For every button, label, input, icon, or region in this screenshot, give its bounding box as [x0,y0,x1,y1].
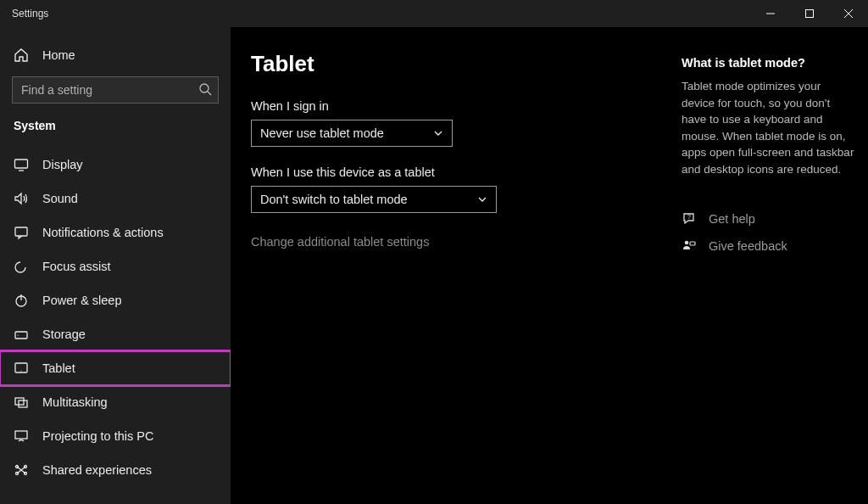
sidebar: Home System Display Sound Notifications … [0,27,231,504]
help-icon: ? [682,211,697,227]
sidebar-item-focus-assist[interactable]: Focus assist [0,249,231,283]
sidebar-item-sound[interactable]: Sound [0,182,231,216]
display-icon [14,157,29,172]
sidebar-item-label: Sound [42,192,78,205]
maximize-button[interactable] [790,0,829,27]
svg-rect-8 [15,227,27,236]
sidebar-item-notifications[interactable]: Notifications & actions [0,216,231,249]
home-label: Home [42,48,75,62]
shared-experiences-icon [14,462,29,478]
notifications-icon [14,225,29,240]
chevron-down-icon [477,194,487,204]
sidebar-item-tablet[interactable]: Tablet [0,351,231,385]
projecting-icon [14,428,29,444]
sidebar-item-label: Multitasking [42,395,108,409]
dropdown-value: Never use tablet mode [260,126,384,140]
sign-in-dropdown[interactable]: Never use tablet mode [251,120,453,147]
sound-icon [14,191,29,206]
setting-label: When I sign in [251,99,682,113]
search-icon [198,82,212,96]
setting-sign-in: When I sign in Never use tablet mode [251,99,682,147]
maximize-icon [805,9,814,18]
nav-list: Display Sound Notifications & actions Fo… [0,148,231,487]
svg-rect-15 [15,398,24,405]
category-label: System [0,119,231,148]
chevron-down-icon [433,128,443,138]
page-title: Tablet [251,51,682,77]
tablet-icon [14,361,29,376]
content-area: Tablet When I sign in Never use tablet m… [251,51,682,504]
sidebar-item-label: Power & sleep [42,294,122,307]
sidebar-item-storage[interactable]: Storage [0,317,231,351]
window-controls [751,0,868,27]
power-icon [14,293,29,308]
svg-line-5 [208,92,211,95]
search-input[interactable] [12,76,219,104]
search-box[interactable] [12,76,219,104]
svg-text:?: ? [687,214,691,220]
home-button[interactable]: Home [0,39,231,71]
sidebar-item-label: Storage [42,328,86,341]
sidebar-item-label: Shared experiences [42,463,152,477]
sidebar-item-multitasking[interactable]: Multitasking [0,385,231,419]
svg-rect-16 [19,400,27,407]
sidebar-item-power-sleep[interactable]: Power & sleep [0,283,231,317]
svg-point-12 [17,334,18,335]
change-additional-link[interactable]: Change additional tablet settings [251,235,682,249]
svg-rect-1 [806,10,814,18]
svg-rect-17 [15,431,27,439]
feedback-icon [682,238,697,254]
minimize-icon [766,9,775,18]
focus-assist-icon [14,259,29,274]
svg-rect-6 [15,160,28,168]
get-help-link[interactable]: ? Get help [682,211,856,227]
give-feedback-link[interactable]: Give feedback [682,238,856,254]
sidebar-item-projecting[interactable]: Projecting to this PC [0,419,231,453]
svg-point-4 [200,84,209,92]
aside-link-label: Get help [709,212,755,226]
titlebar: Settings [0,0,868,27]
sidebar-item-label: Notifications & actions [42,226,164,239]
setting-label: When I use this device as a tablet [251,165,682,179]
setting-device-tablet: When I use this device as a tablet Don't… [251,165,682,213]
svg-rect-11 [15,332,27,339]
multitasking-icon [14,395,29,410]
sidebar-item-label: Display [42,158,83,171]
sidebar-item-label: Projecting to this PC [42,429,153,443]
window-title: Settings [0,8,751,20]
close-icon [844,9,853,18]
main-panel: Tablet When I sign in Never use tablet m… [231,27,868,504]
aside-panel: What is tablet mode? Tablet mode optimiz… [682,51,868,504]
aside-title: What is tablet mode? [682,56,856,70]
dropdown-value: Don't switch to tablet mode [260,193,408,206]
storage-icon [14,327,29,342]
sidebar-item-display[interactable]: Display [0,148,231,182]
sidebar-item-shared-exp[interactable]: Shared experiences [0,453,231,487]
minimize-button[interactable] [751,0,790,27]
device-tablet-dropdown[interactable]: Don't switch to tablet mode [251,186,497,213]
sidebar-item-label: Tablet [42,361,75,375]
home-icon [14,48,29,63]
aside-link-label: Give feedback [709,239,787,253]
aside-body: Tablet mode optimizes your device for to… [682,78,856,177]
sidebar-item-label: Focus assist [42,260,111,273]
svg-point-23 [685,241,689,245]
svg-point-14 [20,370,21,371]
svg-rect-24 [690,242,695,245]
close-button[interactable] [829,0,868,27]
